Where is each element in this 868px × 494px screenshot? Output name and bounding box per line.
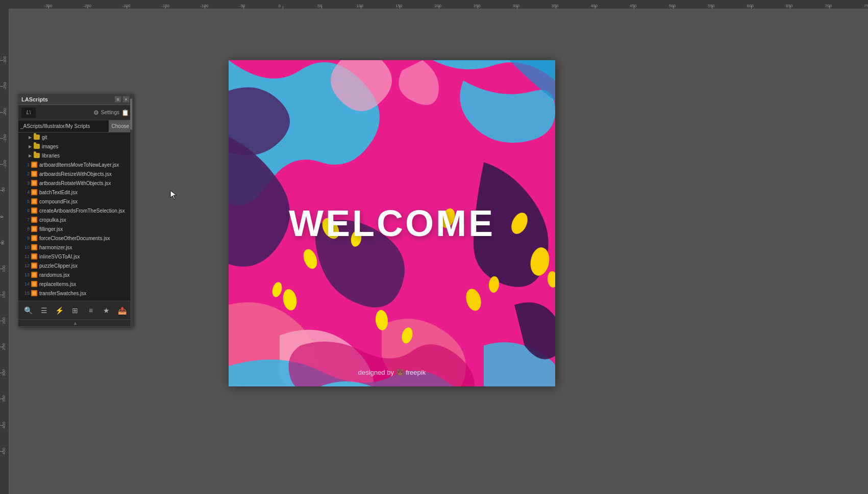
panel-close-button[interactable]: × xyxy=(123,96,129,102)
folder-git[interactable]: ▶ git xyxy=(18,133,132,142)
chevron-right-icon: ▶ xyxy=(28,153,33,158)
file-name: harmonizer.jsx xyxy=(39,245,130,250)
file-name: inlineSVGToAI.jsx xyxy=(39,254,130,259)
panel-logo-bar: L\ ⚙ Settings 📋 xyxy=(18,105,132,120)
folder-images[interactable]: ▶ images xyxy=(18,142,132,151)
folder-libraries[interactable]: ▶ libraries xyxy=(18,151,132,160)
jsx-file-icon xyxy=(31,161,38,168)
folder-images-name: images xyxy=(42,144,130,149)
script-file-items: 1artboardItemsMoveToNewLayer.jsx2artboar… xyxy=(18,160,132,298)
welcome-text: WELCOME xyxy=(289,202,495,244)
file-name: compoundFix.jsx xyxy=(39,199,130,204)
panel-title: LAScripts xyxy=(21,96,48,102)
file-num: 9 xyxy=(20,236,30,241)
chevron-right-icon: ▶ xyxy=(28,144,33,149)
file-item[interactable]: 6createArtboardsFromTheSelection.jsx xyxy=(18,206,132,215)
panel-path-row: Choose xyxy=(18,120,132,133)
chevron-right-icon: ▶ xyxy=(28,135,33,140)
jsx-file-icon xyxy=(31,170,38,177)
toolbar-layers-icon[interactable]: ≡ xyxy=(85,304,97,317)
file-item[interactable]: 7cropulka.jsx xyxy=(18,215,132,224)
file-item[interactable]: 15transferSwatches.jsx xyxy=(18,289,132,298)
folder-git-name: git xyxy=(42,135,130,140)
collapse-arrow-icon: ▲ xyxy=(73,320,78,326)
file-item[interactable]: 14replaceItems.jsx xyxy=(18,279,132,289)
cursor xyxy=(170,190,177,197)
file-item[interactable]: 1artboardItemsMoveToNewLayer.jsx xyxy=(18,160,132,169)
file-item[interactable]: 10harmonizer.jsx xyxy=(18,243,132,252)
toolbar-grid-icon[interactable]: ⊞ xyxy=(69,304,81,317)
panel-collapse-row[interactable]: ▲ xyxy=(18,319,132,326)
toolbar-list-icon[interactable]: ☰ xyxy=(38,304,50,317)
file-name: puzzleClipper.jsx xyxy=(39,263,130,269)
folder-icon xyxy=(33,143,40,150)
file-name: artboardItemsMoveToNewLayer.jsx xyxy=(39,162,130,168)
artboard: WELCOME designed by 🐻 freepik xyxy=(229,60,555,386)
file-num: 13 xyxy=(20,272,30,277)
file-item[interactable]: 2artboardsResizeWithObjects.jsx xyxy=(18,169,132,178)
settings-extra-icon: 📋 xyxy=(121,109,129,116)
file-num: 4 xyxy=(20,190,30,195)
toolbar-search-icon[interactable]: 🔍 xyxy=(22,304,34,317)
file-item[interactable]: 8fillinger.jsx xyxy=(18,224,132,233)
file-num: 7 xyxy=(20,217,30,222)
file-num: 5 xyxy=(20,199,30,204)
jsx-file-icon xyxy=(31,225,38,232)
ruler-top-content: -300-250-200-150-100-5005010015020025030… xyxy=(9,0,868,9)
lascripts-panel: LAScripts ≡ × L\ ⚙ Settings 📋 Choose ▶ g… xyxy=(18,93,133,327)
toolbar-star-icon[interactable]: ★ xyxy=(101,304,113,317)
file-num: 11 xyxy=(20,254,30,259)
panel-settings-row: ⚙ Settings 📋 xyxy=(39,109,129,116)
settings-label: Settings xyxy=(101,110,119,115)
jsx-file-icon xyxy=(31,189,38,196)
jsx-file-icon xyxy=(31,244,38,251)
file-num: 3 xyxy=(20,180,30,186)
file-item[interactable]: 12puzzleClipper.jsx xyxy=(18,261,132,270)
panel-logo: L\ xyxy=(21,108,36,118)
file-num: 10 xyxy=(20,245,30,250)
file-name: createArtboardsFromTheSelection.jsx xyxy=(39,208,130,214)
scrollbar[interactable] xyxy=(130,133,132,301)
file-name: artboardsResizeWithObjects.jsx xyxy=(39,171,130,177)
choose-button[interactable]: Choose xyxy=(109,120,132,132)
designed-by-text: designed by 🐻 freepik xyxy=(358,369,426,376)
canvas-area: WELCOME designed by 🐻 freepik xyxy=(9,9,868,494)
panel-titlebar: LAScripts ≡ × xyxy=(18,94,132,105)
jsx-file-icon xyxy=(31,262,38,269)
file-item[interactable]: 13randomus.jsx xyxy=(18,270,132,279)
ruler-left-content: -300-250-200-150-100-5005010015020025030… xyxy=(0,18,9,494)
file-num: 14 xyxy=(20,281,30,287)
file-item[interactable]: 3artboardsRotateWithObjects.jsx xyxy=(18,178,132,188)
file-item[interactable]: 11inlineSVGToAI.jsx xyxy=(18,252,132,261)
file-name: cropulka.jsx xyxy=(39,217,130,223)
ruler-left: -300-250-200-150-100-5005010015020025030… xyxy=(0,9,9,494)
toolbar-export-icon[interactable]: 📤 xyxy=(116,304,129,317)
panel-minimize-button[interactable]: ≡ xyxy=(115,96,121,102)
path-input[interactable] xyxy=(18,120,109,132)
panel-logo-text: L\ xyxy=(27,110,31,115)
jsx-file-icon xyxy=(31,216,38,223)
toolbar-bolt-icon[interactable]: ⚡ xyxy=(54,304,66,317)
file-num: 2 xyxy=(20,171,30,176)
folder-icon xyxy=(33,134,40,141)
file-name: batchTextEdit.jsx xyxy=(39,190,130,195)
ruler-top: -300-250-200-150-100-5005010015020025030… xyxy=(0,0,868,9)
jsx-file-icon xyxy=(31,198,38,205)
file-item[interactable]: 9forceCloseOtherDocuments.jsx xyxy=(18,233,132,243)
jsx-file-icon xyxy=(31,280,38,288)
jsx-file-icon xyxy=(31,207,38,214)
file-name: replaceItems.jsx xyxy=(39,281,130,287)
file-name: transferSwatches.jsx xyxy=(39,291,130,296)
file-num: 1 xyxy=(20,162,30,167)
artboard-content: WELCOME designed by 🐻 freepik xyxy=(229,60,555,386)
panel-controls: ≡ × xyxy=(115,96,129,102)
folder-icon xyxy=(33,152,40,159)
file-num: 6 xyxy=(20,208,30,213)
jsx-file-icon xyxy=(31,179,38,187)
jsx-file-icon xyxy=(31,235,38,242)
file-item[interactable]: 5compoundFix.jsx xyxy=(18,197,132,206)
jsx-file-icon xyxy=(31,271,38,278)
jsx-file-icon xyxy=(31,290,38,297)
file-item[interactable]: 4batchTextEdit.jsx xyxy=(18,188,132,197)
file-list[interactable]: ▶ git ▶ images ▶ libraries 1artboardItem… xyxy=(18,133,132,301)
